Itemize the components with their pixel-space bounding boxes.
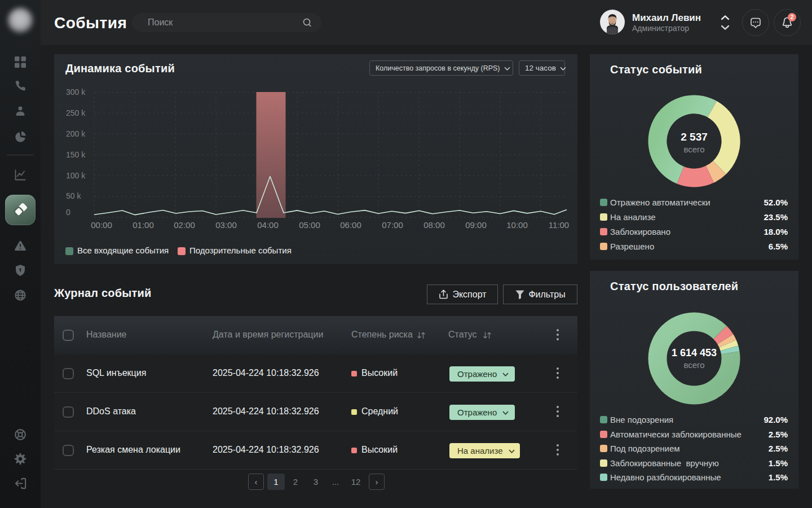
svg-text:08:00: 08:00 [423,220,445,230]
svg-text:0: 0 [66,208,70,217]
svg-text:09:00: 09:00 [465,220,487,230]
svg-text:05:00: 05:00 [299,220,320,230]
svg-text:Подозрительные события: Подозрительные события [189,246,292,255]
svg-text:00:00: 00:00 [91,220,112,230]
svg-text:11:00: 11:00 [549,220,569,230]
svg-text:50 k: 50 k [66,191,81,200]
svg-text:04:00: 04:00 [257,220,279,230]
svg-text:250 k: 250 k [66,108,86,117]
svg-text:10:00: 10:00 [506,220,528,230]
svg-text:150 k: 150 k [66,150,86,159]
svg-text:Все входящие события: Все входящие события [77,246,169,255]
svg-text:100 k: 100 k [66,171,86,180]
svg-text:200 k: 200 k [66,129,86,138]
svg-text:01:00: 01:00 [133,220,154,230]
svg-text:07:00: 07:00 [382,220,403,230]
svg-text:06:00: 06:00 [340,220,361,230]
svg-text:300 k: 300 k [66,87,86,97]
svg-text:02:00: 02:00 [174,220,195,230]
svg-text:03:00: 03:00 [215,220,237,230]
